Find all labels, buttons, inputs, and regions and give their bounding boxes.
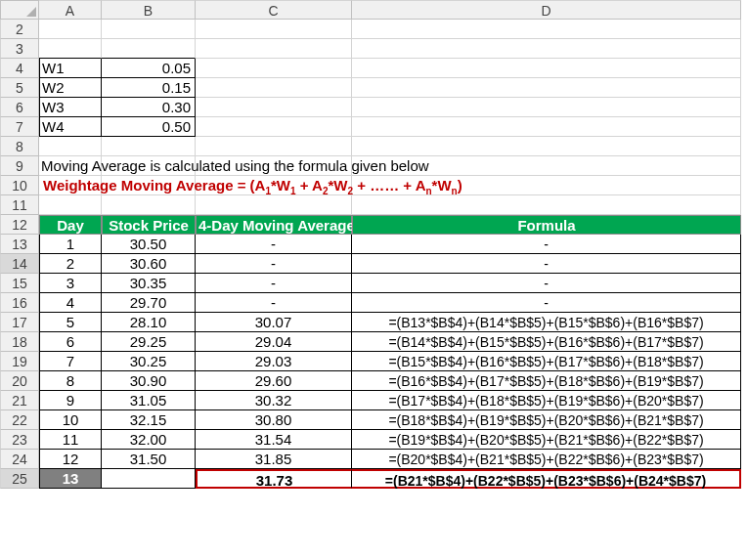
cell-day-15[interactable]: 3 [39, 274, 102, 293]
row-head-24[interactable]: 24 [0, 450, 39, 469]
cell-formula-18[interactable]: =(B14*$B$4)+(B15*$B$5)+(B16*$B$6)+(B17*$… [352, 332, 741, 352]
row-head-13[interactable]: 13 [0, 235, 39, 254]
cell-ma-24[interactable]: 31.85 [196, 450, 352, 469]
cell-B7[interactable]: 0.50 [102, 117, 196, 137]
cell-ma-25[interactable]: 31.73 [196, 469, 352, 489]
row-head-5[interactable]: 5 [0, 78, 39, 98]
cell-B4[interactable]: 0.05 [102, 59, 196, 78]
cell-A8[interactable] [39, 137, 102, 156]
cell-day-13[interactable]: 1 [39, 235, 102, 254]
cell-day-23[interactable]: 11 [39, 430, 102, 450]
cell-D8[interactable] [352, 137, 741, 156]
cell-ma-20[interactable]: 29.60 [196, 371, 352, 391]
row-head-19[interactable]: 19 [0, 352, 39, 371]
cell-ma-19[interactable]: 29.03 [196, 352, 352, 371]
cell-ma-18[interactable]: 29.04 [196, 332, 352, 352]
row-head-18[interactable]: 18 [0, 332, 39, 352]
cell-B3[interactable] [102, 39, 196, 59]
cell-C2[interactable] [196, 20, 352, 39]
cell-price-16[interactable]: 29.70 [102, 293, 196, 313]
cell-A9[interactable]: Moving Average is calculated using the f… [39, 156, 102, 176]
cell-price-22[interactable]: 32.15 [102, 410, 196, 430]
cell-A5[interactable]: W2 [39, 78, 102, 98]
row-head-11[interactable]: 11 [0, 195, 39, 215]
cell-day-18[interactable]: 6 [39, 332, 102, 352]
cell-price-15[interactable]: 30.35 [102, 274, 196, 293]
cell-day-17[interactable]: 5 [39, 313, 102, 332]
cell-C6[interactable] [196, 98, 352, 117]
cell-A6[interactable]: W3 [39, 98, 102, 117]
cell-formula-22[interactable]: =(B18*$B$4)+(B19*$B$5)+(B20*$B$6)+(B21*$… [352, 410, 741, 430]
cell-formula-13[interactable]: - [352, 235, 741, 254]
cell-D3[interactable] [352, 39, 741, 59]
cell-C7[interactable] [196, 117, 352, 137]
col-head-B[interactable]: B [102, 0, 196, 20]
cell-price-20[interactable]: 30.90 [102, 371, 196, 391]
row-head-25[interactable]: 25 [0, 469, 39, 489]
cell-ma-21[interactable]: 30.32 [196, 391, 352, 410]
cell-day-20[interactable]: 8 [39, 371, 102, 391]
cell-formula-21[interactable]: =(B17*$B$4)+(B18*$B$5)+(B19*$B$6)+(B20*$… [352, 391, 741, 410]
cell-formula-20[interactable]: =(B16*$B$4)+(B17*$B$5)+(B18*$B$6)+(B19*$… [352, 371, 741, 391]
col-head-A[interactable]: A [39, 0, 102, 20]
row-head-23[interactable]: 23 [0, 430, 39, 450]
cell-price-24[interactable]: 31.50 [102, 450, 196, 469]
cell-formula-19[interactable]: =(B15*$B$4)+(B16*$B$5)+(B17*$B$6)+(B18*$… [352, 352, 741, 371]
cell-price-13[interactable]: 30.50 [102, 235, 196, 254]
row-head-16[interactable]: 16 [0, 293, 39, 313]
cell-A10[interactable]: Weightage Moving Average = (A1*W1 + A2*W… [39, 176, 102, 195]
cell-B6[interactable]: 0.30 [102, 98, 196, 117]
row-head-14[interactable]: 14 [0, 254, 39, 274]
header-price[interactable]: Stock Price [102, 215, 196, 235]
row-head-21[interactable]: 21 [0, 391, 39, 410]
cell-price-21[interactable]: 31.05 [102, 391, 196, 410]
cell-ma-17[interactable]: 30.07 [196, 313, 352, 332]
cell-price-25[interactable] [102, 469, 196, 489]
col-head-C[interactable]: C [196, 0, 352, 20]
cell-C5[interactable] [196, 78, 352, 98]
cell-formula-15[interactable]: - [352, 274, 741, 293]
row-head-8[interactable]: 8 [0, 137, 39, 156]
header-day[interactable]: Day [39, 215, 102, 235]
cell-B5[interactable]: 0.15 [102, 78, 196, 98]
col-head-D[interactable]: D [352, 0, 741, 20]
cell-ma-14[interactable]: - [196, 254, 352, 274]
cell-formula-24[interactable]: =(B20*$B$4)+(B21*$B$5)+(B22*$B$6)+(B23*$… [352, 450, 741, 469]
cell-A4[interactable]: W1 [39, 59, 102, 78]
cell-ma-23[interactable]: 31.54 [196, 430, 352, 450]
cell-price-23[interactable]: 32.00 [102, 430, 196, 450]
cell-A3[interactable] [39, 39, 102, 59]
cell-day-21[interactable]: 9 [39, 391, 102, 410]
cell-price-18[interactable]: 29.25 [102, 332, 196, 352]
cell-formula-17[interactable]: =(B13*$B$4)+(B14*$B$5)+(B15*$B$6)+(B16*$… [352, 313, 741, 332]
cell-formula-16[interactable]: - [352, 293, 741, 313]
cell-D7[interactable] [352, 117, 741, 137]
cell-D5[interactable] [352, 78, 741, 98]
cell-C8[interactable] [196, 137, 352, 156]
cell-ma-16[interactable]: - [196, 293, 352, 313]
row-head-22[interactable]: 22 [0, 410, 39, 430]
cell-A2[interactable] [39, 20, 102, 39]
cell-C3[interactable] [196, 39, 352, 59]
row-head-12[interactable]: 12 [0, 215, 39, 235]
header-formula[interactable]: Formula [352, 215, 741, 235]
row-head-2[interactable]: 2 [0, 20, 39, 39]
row-head-9[interactable]: 9 [0, 156, 39, 176]
cell-price-14[interactable]: 30.60 [102, 254, 196, 274]
cell-formula-25[interactable]: =(B21*$B$4)+(B22*$B$5)+(B23*$B$6)+(B24*$… [352, 469, 741, 489]
cell-B11[interactable] [102, 195, 196, 215]
row-head-17[interactable]: 17 [0, 313, 39, 332]
cell-B2[interactable] [102, 20, 196, 39]
cell-A11[interactable] [39, 195, 102, 215]
cell-B8[interactable] [102, 137, 196, 156]
cell-price-19[interactable]: 30.25 [102, 352, 196, 371]
cell-C4[interactable] [196, 59, 352, 78]
cell-formula-23[interactable]: =(B19*$B$4)+(B20*$B$5)+(B21*$B$6)+(B22*$… [352, 430, 741, 450]
cell-day-14[interactable]: 2 [39, 254, 102, 274]
row-head-7[interactable]: 7 [0, 117, 39, 137]
cell-day-24[interactable]: 12 [39, 450, 102, 469]
cell-formula-14[interactable]: - [352, 254, 741, 274]
cell-D2[interactable] [352, 20, 741, 39]
cell-price-17[interactable]: 28.10 [102, 313, 196, 332]
row-head-15[interactable]: 15 [0, 274, 39, 293]
